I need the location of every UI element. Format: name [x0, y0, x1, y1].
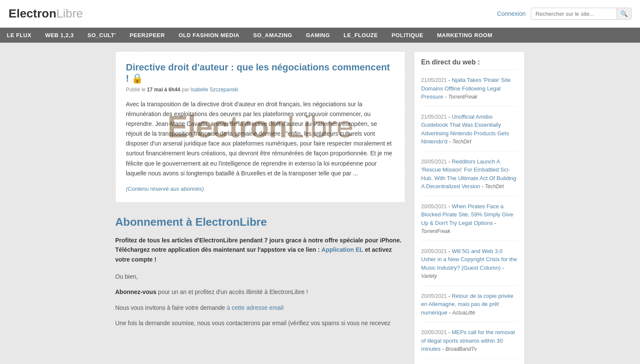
- article-paragraph: Avec la transposition de la directive dr…: [126, 99, 395, 178]
- nav-le-flouze[interactable]: LE_FLOUZE: [337, 28, 384, 43]
- sidebar-item-date: 20/05/2021: [421, 248, 447, 254]
- sidebar-item-date: 20/05/2021: [421, 204, 447, 210]
- abonnez-vous-text: pour un an et profitez d'un accès illimi…: [158, 288, 308, 295]
- sidebar-item-source: Variety: [421, 273, 437, 279]
- nav-peer2peer[interactable]: PEER2PEER: [123, 28, 172, 43]
- article-title: Directive droit d'auteur : que les négoc…: [126, 62, 395, 84]
- app-link[interactable]: Application EL: [321, 246, 363, 253]
- sidebar-item-date: 20/05/2021: [421, 293, 447, 299]
- sidebar-item-date: 21/05/2021: [421, 77, 447, 83]
- nav-bar: LE FLUX WEB 1,2,3 SO_CULT' PEER2PEER OLD…: [0, 28, 640, 43]
- content-area: ElectronLibre Directive droit d'auteur :…: [115, 51, 405, 364]
- nav-old-fashion[interactable]: OLD FASHION MEDIA: [172, 28, 246, 43]
- sidebar-item-source: TorrentFreak: [448, 94, 477, 100]
- search-bar: 🔍: [531, 8, 631, 20]
- article-meta: Publié le 17 mai à 6h44 par Isabelle Szc…: [126, 87, 395, 93]
- logo-libre: Libre: [56, 7, 83, 20]
- sidebar-item: 20/05/2021 - When Pirates Face a Blocked…: [421, 202, 518, 241]
- nav-web-123[interactable]: WEB 1,2,3: [38, 28, 81, 43]
- logo: ElectronLibre: [9, 7, 83, 20]
- nav-gaming[interactable]: GAMING: [299, 28, 337, 43]
- article-box: ElectronLibre Directive droit d'auteur :…: [115, 51, 405, 203]
- sidebar-item: 21/05/2021 - Njalla Takes 'Pirate' Site …: [421, 76, 518, 107]
- nav-so-amazing[interactable]: SO_AMAZING: [246, 28, 299, 43]
- abonnez-vous-label: Abonnez-vous: [115, 288, 156, 295]
- meta-date: 17 mai à 6h44: [147, 87, 180, 93]
- ou-bien: Ou bien,: [115, 272, 405, 281]
- sidebar-item: 20/05/2021 - Retour de la copie privée e…: [421, 292, 518, 323]
- reserved-link[interactable]: (Contenu réservé aux abonnés): [126, 186, 204, 192]
- article-body: Avec la transposition de la directive dr…: [126, 99, 395, 178]
- sidebar-item: 20/05/2021 - MEPs call for the removal o…: [421, 328, 518, 359]
- subscription-intro: Profitez de tous les articles d'Electron…: [115, 236, 405, 264]
- abonnez-vous-para: Abonnez-vous pour un an et profitez d'un…: [115, 287, 405, 297]
- nav-so-cult[interactable]: SO_CULT': [81, 28, 123, 43]
- sidebar-item-source: TechDirt: [485, 183, 504, 189]
- connexion-link[interactable]: Connexion: [497, 10, 526, 17]
- sidebar-section: En direct du web : 21/05/2021 - Njalla T…: [414, 51, 525, 364]
- sidebar-item: 20/05/2021 - Will 5G and Web 3.0 Usher i…: [421, 247, 518, 286]
- top-bar: ElectronLibre Connexion 🔍: [0, 0, 640, 28]
- nav-marketing[interactable]: MARKETING ROOM: [430, 28, 499, 43]
- sidebar-item-source: ActuaLitté: [452, 310, 475, 316]
- subscription-title: Abonnement à ElectronLibre: [115, 215, 405, 229]
- meta-author[interactable]: Isabelle Szczepanski: [190, 87, 238, 93]
- subscription-box: Abonnement à ElectronLibre Profitez de t…: [115, 211, 405, 343]
- invite-text: Nous vous invitons à faire votre demande: [115, 304, 225, 311]
- sidebar-item-date: 21/05/2021: [421, 114, 447, 120]
- top-right: Connexion 🔍: [497, 8, 631, 20]
- sidebar-item-source: TorrentFreak: [421, 228, 450, 234]
- meta-published: Publié le: [126, 87, 145, 93]
- sidebar-item-date: 20/05/2021: [421, 329, 447, 335]
- search-input[interactable]: [531, 9, 617, 19]
- sidebar-item: 20/05/2021 - Redditors Launch A 'Rescue …: [421, 157, 518, 196]
- last-text: Une fois la demande soumise, nous vous c…: [115, 318, 405, 328]
- main-wrapper: ElectronLibre Directive droit d'auteur :…: [111, 51, 529, 364]
- email-link[interactable]: à cette adresse email: [227, 304, 283, 311]
- nav-politique[interactable]: POLITIQUE: [385, 28, 431, 43]
- sidebar-title: En direct du web :: [421, 58, 518, 70]
- nav-le-flux[interactable]: LE FLUX: [0, 28, 38, 43]
- sidebar-item: 21/05/2021 - Unofficial Amiibo Guidebook…: [421, 113, 518, 151]
- logo-electron: Electron: [9, 7, 56, 20]
- search-button[interactable]: 🔍: [617, 8, 631, 19]
- sidebar-item-date: 20/05/2021: [421, 159, 447, 165]
- sidebar-items-container: 21/05/2021 - Njalla Takes 'Pirate' Site …: [421, 76, 518, 364]
- sidebar-item-source: BroadBandTv: [445, 346, 477, 352]
- sidebar: En direct du web : 21/05/2021 - Njalla T…: [414, 51, 525, 364]
- meta-by: par: [182, 87, 189, 93]
- sidebar-item-source: TechDirt: [452, 139, 471, 145]
- invite-para: Nous vous invitons à faire votre demande…: [115, 303, 405, 312]
